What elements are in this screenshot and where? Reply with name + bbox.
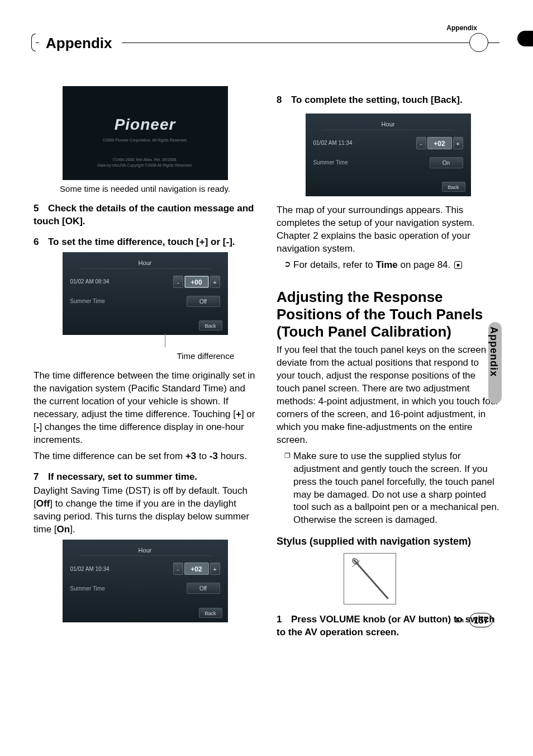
page-footer: En 157: [456, 613, 493, 627]
ss2-plus-button[interactable]: +: [210, 563, 220, 575]
splash-copyright-2b: Data by infoUSA Copyright ©2008 All Righ…: [63, 163, 228, 168]
screenshot-hour-2: Hour 01/02 AM 10:34 - +02 + Summer Time …: [63, 540, 228, 622]
time-diff-callout: Time difference: [34, 351, 234, 362]
svg-line-0: [354, 560, 388, 598]
ss2-back-button[interactable]: Back: [199, 608, 222, 618]
ss1-minus-button[interactable]: -: [173, 276, 183, 288]
ss2-title: Hour: [63, 540, 228, 556]
ss2-summer-label: Summer Time: [70, 585, 187, 593]
paragraph-calibration-intro: If you feel that the touch panel keys on…: [277, 344, 499, 447]
step-7-header: 7If necessary, set to summer time.: [34, 471, 256, 484]
side-thumb-label: Appendix: [487, 327, 501, 377]
ss1-title: Hour: [63, 252, 228, 269]
splash-caption: Some time is needed until navigation is …: [34, 183, 256, 195]
thumb-tab: [517, 31, 533, 46]
splash-copyright-1: ©2008 Pioneer Corporation. All Rights Re…: [63, 138, 228, 143]
ss3-plus-button[interactable]: +: [453, 137, 463, 149]
top-section-label: Appendix: [446, 23, 477, 32]
ss3-title: Hour: [306, 114, 471, 130]
ss2-datetime: 01/02 AM 10:34: [70, 565, 173, 573]
step-7-text: If necessary, set to summer time.: [48, 471, 197, 482]
ss1-summer-toggle[interactable]: Off: [187, 296, 220, 307]
stylus-warning-bullet: ❐ Make sure to use the supplied stylus f…: [281, 450, 499, 527]
ref-time-bullet: ➲ For details, refer to Time on page 84.…: [281, 259, 499, 272]
stylus-warning-text: Make sure to use the supplied stylus for…: [293, 450, 499, 527]
step-6-header: 6To set the time difference, touch [+] o…: [34, 236, 256, 249]
reference-arrow-icon: ➲: [281, 259, 293, 272]
step-8-text: To complete the setting, touch [Back].: [291, 94, 463, 105]
paragraph-time-range: The time difference can be set from +3 t…: [34, 450, 256, 463]
screenshot-splash: Pioneer ©2008 Pioneer Corporation. All R…: [63, 86, 228, 180]
stylus-subhead: Stylus (supplied with navigation system): [277, 535, 499, 548]
section-title-calibration: Adjusting the Response Positions of the …: [277, 289, 499, 341]
ref-text-b: Time: [375, 259, 397, 270]
step-6-text: To set the time difference, touch [+] or…: [48, 237, 235, 247]
stylus-illustration: [344, 553, 396, 604]
step-5-header: 5Check the details of the caution messag…: [34, 202, 256, 228]
left-column: Pioneer ©2008 Pioneer Corporation. All R…: [34, 86, 256, 640]
section-end-icon: ■: [454, 261, 462, 269]
ss3-value: +02: [427, 137, 452, 149]
page-number: 157: [469, 613, 493, 627]
screenshot-hour-1: Hour 01/02 AM 08:34 - +00 + Summer Time …: [63, 252, 228, 335]
ss1-back-button[interactable]: Back: [199, 320, 222, 330]
ref-text-a: For details, refer to: [293, 259, 375, 270]
ss2-minus-button[interactable]: -: [173, 563, 183, 575]
ss3-back-button[interactable]: Back: [442, 182, 465, 192]
header-band: Appendix: [34, 34, 499, 53]
ss3-summer-toggle[interactable]: On: [430, 157, 463, 168]
page-header-title: Appendix: [39, 34, 122, 53]
splash-copyright-2a: ©1984-2008 Tele Atlas. Rel. 05/2008.: [63, 157, 228, 162]
right-column: 8To complete the setting, touch [Back]. …: [277, 86, 499, 640]
pioneer-logo: Pioneer: [63, 86, 228, 135]
paragraph-dst: Daylight Saving Time (DST) is off by def…: [34, 485, 256, 536]
footer-lang: En: [456, 616, 464, 625]
step-8-header: 8To complete the setting, touch [Back].: [277, 94, 499, 107]
ss2-value: +02: [184, 563, 209, 575]
ss1-value: +00: [184, 276, 209, 288]
ss3-datetime: 01/02 AM 11:34: [313, 139, 416, 147]
paragraph-time-diff: The time difference between the time ori…: [34, 370, 256, 447]
ss1-datetime: 01/02 AM 08:34: [70, 278, 173, 286]
ss2-summer-toggle[interactable]: Off: [187, 583, 220, 594]
screenshot-hour-3: Hour 01/02 AM 11:34 - +02 + Summer Time …: [306, 114, 471, 196]
ss3-summer-label: Summer Time: [313, 159, 430, 167]
ss3-minus-button[interactable]: -: [416, 137, 426, 149]
paragraph-map-appears: The map of your surroundings appears. Th…: [277, 204, 499, 256]
note-square-icon: ❐: [281, 450, 293, 527]
ref-text-c: on page 84.: [398, 259, 451, 270]
ss1-summer-label: Summer Time: [70, 297, 187, 305]
ss1-plus-button[interactable]: +: [210, 276, 220, 288]
step-5-text: Check the details of the caution message…: [34, 203, 254, 226]
